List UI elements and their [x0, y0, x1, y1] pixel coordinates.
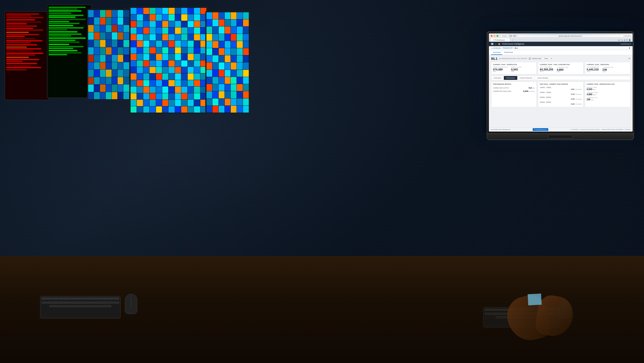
heat-rate-card: Heat Rate - Current Year Average 700MW -… — [538, 82, 584, 107]
tab-favicon: ♥ — [493, 39, 494, 41]
co2-generated-metric: CO2 GENERATED 5,443,318 TONS — [587, 66, 599, 72]
tab-summary[interactable]: Summary — [491, 50, 502, 55]
heat-rate-value-1: 5,718 — [571, 93, 574, 95]
heat-rate-unit-2: BTU/KWH — [576, 98, 582, 100]
perf-tab-carbon[interactable]: Carbon Emissions — [518, 76, 535, 80]
fuel-card: Current Year - Fuel Consumption FUEL CON… — [538, 62, 584, 74]
hamburger-menu[interactable] — [491, 43, 494, 45]
deg-excess-fuel-label: EXCESS FUEL — [588, 92, 598, 93]
laptop-glow — [487, 31, 634, 36]
deg-excess-co2: ⚠ EXCESS CO2 236 Tons — [587, 97, 628, 101]
emissions-card-title: Current Year - Emissions — [587, 64, 628, 65]
laptop-base — [487, 134, 634, 140]
excess-co2-label: EXCESS CO2 — [604, 67, 613, 68]
deg-excess-fuel-warning-icon: ⚠ — [587, 92, 588, 93]
excess-co2-metric: ⚠ EXCESS CO2 236 TONS — [602, 66, 614, 72]
corrected-output-value: 612 — [529, 87, 532, 89]
browser-settings-icon[interactable]: ⚙ — [624, 39, 625, 41]
excess-co2-warning-icon: ⚠ — [602, 66, 604, 68]
energy-produced-value: 474,489 — [493, 68, 508, 71]
status-url: apmprnd.app.aws-use02-qr.predix.io — [580, 129, 600, 130]
perf-tab-generation[interactable]: Generation — [491, 76, 504, 80]
new-tab-button[interactable]: + — [510, 38, 515, 42]
breadcrumb-home-icon: ▲ — [491, 47, 493, 49]
performance-metrics-card: Performance Metrics CORRECTED OUTPUT 612… — [491, 82, 537, 107]
corrected-output-label: CORRECTED OUTPUT — [493, 87, 509, 89]
perf-tab-performance[interactable]: Performance — [504, 76, 518, 80]
fuel-consumed-value: 84,359,255 — [540, 68, 553, 71]
browser-zoom-icon[interactable]: ⊕ — [618, 39, 620, 41]
person-hands — [497, 278, 582, 341]
heat-rate-range-1: 400MW - 700MW — [540, 92, 551, 96]
app-title: Performance Intelligence — [502, 43, 524, 45]
tab-dashboard[interactable]: Dashboard — [502, 50, 514, 55]
keyboard-left — [40, 296, 120, 318]
sticky-note — [528, 294, 542, 305]
apm-resources-button[interactable]: ⚙ APM Resources — [533, 128, 548, 131]
heat-rate-title: Heat Rate - Current Year Average — [540, 83, 582, 85]
browser-user-icon[interactable]: 👤 — [628, 39, 631, 41]
deg-energy-loss-value: 6,943 — [587, 88, 592, 90]
perf-tab-losses[interactable]: Losses Breakup — [535, 76, 550, 80]
apm-icon: ⚙ — [534, 129, 536, 130]
status-code: 100034872 — [624, 129, 631, 130]
center-monitors — [123, 7, 252, 127]
deg-excess-co2-value: 236 — [587, 98, 590, 101]
energy-produced-label: ENERGY PRODUCED — [493, 66, 508, 68]
bell-icon[interactable]: 🔔 — [498, 43, 500, 45]
browser-window: Private ‹ › apmprnd.app.aws-use02-qr.pre… — [489, 33, 632, 132]
excess-fuel-label: EXCESS FUEL — [558, 67, 568, 68]
browser-menu-icon[interactable]: ☰ — [626, 39, 628, 41]
breadcrumb-frankfurt[interactable]: FRANKFURT — [502, 47, 512, 49]
page-title-row: BL1 Last Refreshed 09:51 AM, 14 Jun 2023… — [491, 57, 630, 60]
generation-metrics: ENERGY PRODUCED 474,489 MWe ENERGY LOSS … — [493, 66, 535, 72]
deg-excess-co2-warning-icon: ⚠ — [587, 97, 588, 98]
emissions-metrics: CO2 GENERATED 5,443,318 TONS ⚠ EXCESS CO… — [587, 66, 628, 72]
heat-rate-row-3: 400MW - 500MW 6,152 BTU/KWH — [540, 101, 582, 105]
energy-loss-label: ENERGY LOSS — [511, 66, 522, 68]
bottom-cards-row: Performance Metrics CORRECTED OUTPUT 612… — [491, 82, 630, 107]
last-refreshed: Last Refreshed 09:51 AM, 14 Jun 2023 EDT — [499, 58, 527, 59]
excess-co2-unit: TONS — [602, 71, 614, 72]
emissions-card: Current Year - Emissions CO2 GENERATED 5… — [585, 62, 630, 74]
energy-loss-value: 6,943 — [511, 68, 522, 71]
generation-card-title: Current Year - Generation — [493, 64, 535, 65]
status-right: LC:2004183T1 apmprnd.app.aws-use02-qr.pr… — [570, 129, 631, 130]
refresh-cycle-icon: 🔄 — [529, 57, 531, 59]
fuel-consumed-label: FUEL CONSUMED — [540, 66, 553, 68]
laptop-screen-outer: Private ‹ › apmprnd.app.aws-use02-qr.pre… — [487, 31, 634, 134]
mouse-left — [125, 294, 137, 314]
edit-icon[interactable]: ✏ — [628, 57, 630, 60]
breadcrumb-all-assets[interactable]: All Assets — [494, 47, 501, 49]
laptop-trackpad[interactable] — [548, 135, 572, 138]
refresh-interval-select[interactable]: 5 mins — [542, 57, 550, 60]
breadcrumb: ▲ All Assets › FRANKFURT › BL1 — [491, 47, 518, 49]
laptop: Private ‹ › apmprnd.app.aws-use02-qr.pre… — [487, 31, 634, 147]
fuel-metrics: FUEL CONSUMED 84,359,255 MBTU ⚠ EXCESS F… — [540, 66, 582, 72]
heat-rate-value-0: 5,901 — [571, 88, 574, 90]
corrected-output-row: CORRECTED OUTPUT 612 MW — [493, 87, 535, 89]
deg-excess-co2-unit: Tons — [591, 99, 594, 101]
tab-bar: ♥ PI Dashboard × + ⊕ 🔍 ⚙ ☰ 👤 — [489, 38, 632, 42]
dashboard-label: Dashboard — [620, 43, 630, 45]
browser-tab[interactable]: ♥ PI Dashboard × — [491, 38, 510, 42]
tab-close-icon[interactable]: × — [506, 39, 507, 41]
chevron-down-icon[interactable]: ▼ — [551, 58, 552, 59]
page-content-area: BL1 Last Refreshed 09:51 AM, 14 Jun 2023… — [489, 55, 632, 127]
apm-label: APM Resources — [536, 129, 547, 130]
left-monitors — [4, 4, 134, 127]
corrected-heat-rate-row: CORRECTED HEAT RATE 6,056 BTU/KWH — [493, 90, 535, 92]
download-icon[interactable]: ⬇ — [628, 47, 630, 49]
breadcrumb-bar: ▲ All Assets › FRANKFURT › BL1 ⬇ — [489, 46, 632, 50]
home-icon[interactable]: ⌂ — [495, 43, 496, 45]
performance-metrics-title: Performance Metrics — [493, 83, 535, 85]
deg-excess-fuel-unit: MBTU — [593, 94, 596, 95]
excess-fuel-value: 4,860 — [557, 68, 568, 71]
excess-fuel-warning-icon: ⚠ — [557, 66, 558, 68]
heat-rate-value-2: 5,753 — [571, 98, 574, 100]
performance-tabs: Generation Performance Carbon Emissions … — [491, 76, 630, 80]
browser-search-icon[interactable]: 🔍 — [620, 39, 623, 41]
generation-card: Current Year - Generation ENERGY PRODUCE… — [491, 62, 537, 74]
refresh-every-label: Refresh every — [532, 58, 541, 59]
degradation-card: Current Year - Degradation Loss ENERGY L… — [585, 82, 630, 107]
